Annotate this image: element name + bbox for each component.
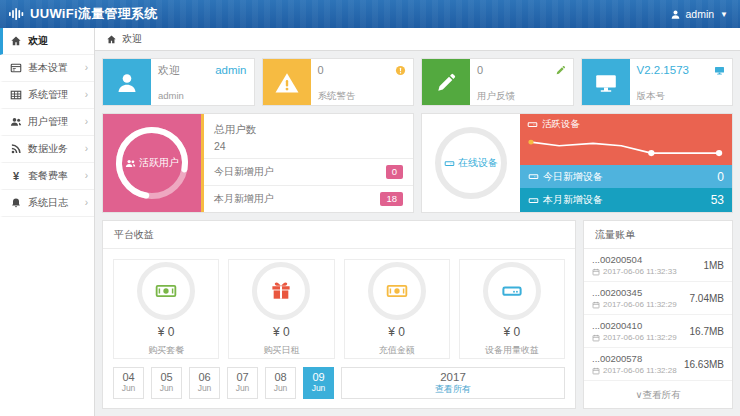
traffic-item-time: 2017-06-06 11:32:29 (603, 300, 677, 309)
platform-revenue-panel: 平台收益 ¥ 0 购买套餐 ¥ 0 购买日租 (102, 220, 576, 409)
today-new-devices-value: 0 (717, 170, 724, 184)
pencil-icon (422, 59, 470, 106)
date-cell-active[interactable]: 09 Jun (303, 367, 334, 399)
sidebar: 欢迎 基本设置 › 系统管理 › 用户管理 › 数据业务 › ¥ 套餐费率 › (0, 28, 95, 416)
sidebar-item-basic-settings[interactable]: 基本设置 › (0, 55, 94, 82)
revenue-label: 购买套餐 (148, 344, 184, 357)
money-icon (137, 262, 195, 320)
sidebar-item-system-logs[interactable]: 系统日志 › (0, 190, 94, 217)
device-icon (528, 171, 539, 182)
traffic-item-size: 16.63MB (684, 359, 724, 370)
sidebar-item-label: 基本设置 (28, 61, 68, 75)
top-navbar: UUWiFi流量管理系统 admin ▼ (0, 0, 740, 28)
alerts-count: 0 (318, 65, 324, 76)
traffic-item-id: ...00200345 (592, 287, 677, 298)
feedback-label: 用户反馈 (477, 91, 566, 101)
traffic-item-time: 2017-06-06 11:32:33 (603, 267, 677, 276)
sidebar-item-label: 数据业务 (28, 142, 68, 156)
warning-triangle-icon (263, 59, 311, 106)
version-label: 版本号 (637, 91, 726, 101)
settings-panel-icon (10, 62, 22, 74)
revenue-card-packages[interactable]: ¥ 0 购买套餐 (113, 259, 219, 359)
active-users-panel: 活跃用户 总用户数 24 今日新增用户 0 本月新增用户 (102, 113, 414, 213)
online-devices-ring: 在线设备 (422, 114, 520, 212)
users-icon (125, 158, 136, 169)
date-cell[interactable]: 04 Jun (113, 367, 144, 399)
revenue-card-daily-rental[interactable]: ¥ 0 购买日租 (228, 259, 334, 359)
device-icon (444, 158, 455, 169)
traffic-billing-panel: 流量账单 ...00200504 2017-06-06 11:32:33 1MB… (583, 220, 733, 409)
year-view-all[interactable]: 2017 查看所有 (341, 367, 565, 399)
welcome-title: 欢迎 (158, 65, 180, 76)
chevron-right-icon: › (85, 90, 88, 100)
chevron-right-icon: › (85, 144, 88, 154)
chevron-right-icon: › (85, 198, 88, 208)
traffic-item-time: 2017-06-06 11:32:28 (603, 366, 677, 375)
money-icon (368, 262, 426, 320)
today-new-users-badge: 0 (386, 165, 403, 179)
warning-circle-icon (395, 65, 406, 76)
sidebar-item-package-rates[interactable]: ¥ 套餐费率 › (0, 163, 94, 190)
date-selector: 04 Jun 05 Jun 06 Jun 07 (103, 367, 575, 408)
total-users-value: 24 (214, 138, 403, 155)
welcome-value: admin (215, 65, 246, 77)
revenue-amount: ¥ 0 (158, 325, 175, 339)
traffic-view-all[interactable]: ∨查看所有 (584, 383, 732, 408)
date-cell[interactable]: 08 Jun (265, 367, 296, 399)
calendar-icon (592, 367, 600, 375)
caret-down-icon: ▼ (720, 10, 728, 19)
revenue-label: 购买日租 (263, 344, 299, 357)
month-new-users-row: 本月新增用户 18 (204, 185, 413, 212)
sidebar-item-label: 套餐费率 (28, 169, 68, 183)
sidebar-item-user-management[interactable]: 用户管理 › (0, 109, 94, 136)
revenue-card-recharge[interactable]: ¥ 0 充值金额 (344, 259, 450, 359)
wave-logo-icon (8, 6, 24, 22)
revenue-amount: ¥ 0 (388, 325, 405, 339)
monitor-icon (714, 65, 725, 76)
revenue-card-device-usage[interactable]: ¥ 0 设备用量收益 (459, 259, 565, 359)
revenue-label: 设备用量收益 (485, 344, 539, 357)
active-devices-label: 活跃设备 (542, 118, 580, 131)
welcome-info-box[interactable]: 欢迎 admin admin (102, 58, 255, 106)
total-users-block: 总用户数 24 (204, 114, 413, 158)
traffic-item[interactable]: ...00200345 2017-06-06 11:32:29 7.04MB (584, 282, 732, 315)
sidebar-item-welcome[interactable]: 欢迎 (0, 28, 94, 55)
sidebar-item-label: 欢迎 (28, 34, 48, 48)
online-devices-label: 在线设备 (458, 156, 498, 170)
home-icon (106, 34, 117, 45)
active-users-ring: 活跃用户 (103, 114, 201, 212)
traffic-item-size: 7.04MB (690, 293, 724, 304)
month-new-devices-label: 本月新增设备 (543, 193, 603, 207)
user-menu[interactable]: admin ▼ (670, 8, 728, 20)
breadcrumb-label: 欢迎 (122, 32, 142, 46)
date-cell[interactable]: 06 Jun (189, 367, 220, 399)
welcome-subtitle: admin (158, 91, 247, 101)
chevron-right-icon: › (85, 171, 88, 181)
traffic-item[interactable]: ...00200578 2017-06-06 11:32:28 16.63MB (584, 348, 732, 381)
system-alerts-box[interactable]: 0 系统警告 (262, 58, 415, 106)
traffic-item[interactable]: ...00200504 2017-06-06 11:32:33 1MB (584, 249, 732, 282)
date-cell[interactable]: 07 Jun (227, 367, 258, 399)
traffic-item-size: 16.7MB (690, 326, 724, 337)
active-users-label: 活跃用户 (139, 156, 179, 170)
version-box[interactable]: V2.2.1573 版本号 (581, 58, 734, 106)
sidebar-item-label: 系统管理 (28, 88, 68, 102)
version-value: V2.2.1573 (637, 65, 689, 77)
calendar-icon (592, 268, 600, 276)
date-cell[interactable]: 05 Jun (151, 367, 182, 399)
today-new-users-row: 今日新增用户 0 (204, 158, 413, 185)
month-new-users-badge: 18 (380, 192, 403, 206)
traffic-item-size: 1MB (703, 260, 724, 271)
sidebar-item-system-management[interactable]: 系统管理 › (0, 82, 94, 109)
user-icon (103, 59, 151, 106)
online-devices-panel: 在线设备 活跃设备 (421, 113, 733, 213)
rss-icon (10, 143, 22, 155)
user-feedback-box[interactable]: 0 用户反馈 (421, 58, 574, 106)
user-name: admin (685, 8, 714, 20)
sidebar-item-data-services[interactable]: 数据业务 › (0, 136, 94, 163)
chevron-right-icon: › (85, 117, 88, 127)
device-icon (483, 262, 541, 320)
traffic-item[interactable]: ...00200410 2017-06-06 11:32:29 16.7MB (584, 315, 732, 348)
today-new-devices-label: 今日新增设备 (543, 170, 603, 184)
sidebar-item-label: 用户管理 (28, 115, 68, 129)
